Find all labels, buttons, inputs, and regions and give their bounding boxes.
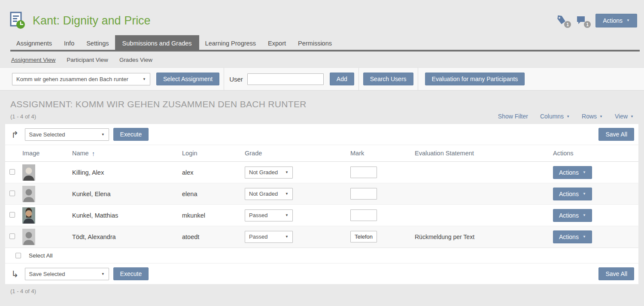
- chevron-down-icon: ▼: [583, 235, 586, 239]
- tag-count-badge: 1: [564, 21, 571, 28]
- row-checkbox[interactable]: [9, 169, 15, 175]
- row-actions-button[interactable]: Actions ▼: [553, 166, 592, 179]
- table-row: Tödt, Alexandra atoedt Passed ▼ Rückmeld…: [5, 226, 638, 248]
- header-actions-button[interactable]: Actions ▼: [595, 14, 637, 27]
- table-body: Killing, Alex alex Not Graded ▼ Actions …: [5, 162, 638, 248]
- grade-select[interactable]: Not Graded ▼: [245, 188, 293, 200]
- column-header-image: Image: [20, 150, 64, 157]
- row-mark-cell: [344, 209, 409, 221]
- mark-input[interactable]: [350, 167, 377, 178]
- table-view-links: Show Filter Columns ▼ Rows ▼ View ▼: [498, 113, 634, 120]
- chevron-down-icon: ▼: [583, 171, 586, 174]
- execute-label: Execute: [120, 270, 142, 277]
- evaluation-many-participants-button[interactable]: Evaluation for many Participants: [425, 73, 525, 85]
- bulk-action-value: Save Selected: [29, 271, 65, 277]
- row-checkbox[interactable]: [9, 191, 15, 196]
- toolbar-separator: [418, 68, 418, 90]
- column-header-login: Login: [176, 150, 239, 157]
- table-row: Kunkel, Matthias mkunkel Passed ▼ Action…: [5, 205, 638, 226]
- grade-select[interactable]: Not Graded ▼: [245, 167, 293, 179]
- sub-tab[interactable]: Grades View: [119, 57, 152, 63]
- search-users-button[interactable]: Search Users: [363, 73, 413, 85]
- user-avatar: [22, 186, 35, 202]
- user-input[interactable]: [247, 73, 324, 85]
- table-row: Kunkel, Elena elena Not Graded ▼ Actions…: [5, 183, 638, 205]
- save-all-button-top[interactable]: Save All: [598, 128, 634, 141]
- chevron-down-icon: ▼: [630, 115, 634, 118]
- user-avatar: [22, 207, 35, 224]
- participant-name: Tödt, Alexandra: [64, 233, 176, 240]
- row-mark-cell: [344, 231, 409, 242]
- main-tab[interactable]: Export: [262, 36, 292, 50]
- page-title: Kant: Dignity and Price: [33, 14, 151, 27]
- sub-tab[interactable]: Assignment View: [11, 57, 55, 63]
- chevron-down-icon: ▼: [583, 192, 586, 196]
- save-all-button-bottom[interactable]: Save All: [598, 267, 634, 280]
- sub-tab[interactable]: Participant View: [67, 57, 108, 63]
- comments-button[interactable]: 1: [576, 15, 588, 26]
- main-tab[interactable]: Assignments: [10, 36, 58, 50]
- row-grade-cell: Passed ▼: [239, 209, 344, 221]
- toolbar-separator: [224, 68, 224, 90]
- participant-login: alex: [176, 169, 239, 176]
- columns-dropdown[interactable]: Columns ▼: [540, 113, 570, 120]
- main-tab[interactable]: Learning Progress: [199, 36, 262, 50]
- row-actions-cell: Actions ▼: [550, 166, 638, 179]
- row-actions-cell: Actions ▼: [550, 209, 638, 222]
- grade-select-value: Passed: [249, 212, 267, 218]
- participant-login: mkunkel: [176, 212, 239, 219]
- execute-button-top[interactable]: Execute: [113, 128, 149, 141]
- tags-button[interactable]: 1: [556, 15, 568, 26]
- row-grade-cell: Not Graded ▼: [239, 188, 344, 200]
- chevron-down-icon: ▼: [285, 170, 289, 174]
- participant-login: atoedt: [176, 233, 239, 240]
- execute-button-bottom[interactable]: Execute: [113, 267, 149, 280]
- main-tab[interactable]: Submissions and Grades: [115, 35, 199, 50]
- bulk-action-select-bottom[interactable]: Save Selected ▼: [25, 268, 109, 280]
- view-dropdown[interactable]: View ▼: [615, 113, 634, 120]
- assignment-select[interactable]: Komm wir gehen zusammen den Bach runter …: [12, 73, 150, 85]
- mark-input[interactable]: [350, 188, 377, 200]
- row-checkbox-cell: [5, 212, 20, 219]
- main-tab[interactable]: Settings: [80, 36, 115, 50]
- result-range-bottom: (1 - 4 of 4): [10, 288, 644, 294]
- add-user-button[interactable]: Add: [330, 73, 354, 85]
- select-assignment-button[interactable]: Select Assignment: [156, 73, 219, 85]
- main-tab[interactable]: Permissions: [292, 36, 338, 50]
- row-actions-label: Actions: [559, 233, 579, 240]
- mark-input[interactable]: [350, 231, 377, 242]
- row-checkbox-cell: [5, 233, 20, 241]
- grade-select[interactable]: Passed ▼: [245, 209, 293, 221]
- assignment-section-head: ASSIGNMENT: KOMM WIR GEHEN ZUSAMMEN DEN …: [0, 91, 644, 120]
- execute-label: Execute: [120, 131, 142, 138]
- row-checkbox[interactable]: [9, 212, 15, 218]
- grade-select[interactable]: Passed ▼: [245, 231, 293, 243]
- row-mark-cell: [344, 188, 409, 200]
- row-actions-button[interactable]: Actions ▼: [553, 209, 592, 222]
- evaluation-statement-text: Rückmeldung per Text: [409, 233, 550, 240]
- column-header-name[interactable]: Name ↑: [64, 150, 176, 157]
- select-all-checkbox[interactable]: [15, 253, 21, 258]
- mark-input[interactable]: [350, 209, 377, 221]
- row-actions-button[interactable]: Actions ▼: [553, 188, 592, 200]
- show-filter-link[interactable]: Show Filter: [498, 113, 528, 120]
- bulk-action-select-top[interactable]: Save Selected ▼: [25, 128, 109, 141]
- view-label: View: [615, 113, 628, 120]
- add-user-label: Add: [337, 76, 347, 82]
- chevron-down-icon: ▼: [566, 115, 570, 118]
- row-grade-cell: Passed ▼: [239, 231, 344, 243]
- apply-below-arrow-icon: ↳: [11, 270, 19, 279]
- participants-table: ↱ Save Selected ▼ Execute Save All Image…: [5, 124, 638, 284]
- row-actions-button[interactable]: Actions ▼: [553, 230, 592, 243]
- main-tabs: Assignments Info Settings Submissions an…: [10, 35, 640, 52]
- assignment-heading: ASSIGNMENT: KOMM WIR GEHEN ZUSAMMEN DEN …: [10, 99, 634, 109]
- comment-count-badge: 1: [584, 21, 591, 28]
- row-mark-cell: [344, 167, 409, 178]
- rows-dropdown[interactable]: Rows ▼: [582, 113, 603, 120]
- row-image-cell: [20, 207, 64, 224]
- rows-label: Rows: [582, 113, 597, 120]
- sub-tabs: Assignment View Participant View Grades …: [11, 57, 644, 63]
- row-checkbox[interactable]: [9, 233, 15, 239]
- main-tab[interactable]: Info: [58, 36, 80, 50]
- page-header: Kant: Dignity and Price 1 1 Actions ▼: [0, 0, 644, 35]
